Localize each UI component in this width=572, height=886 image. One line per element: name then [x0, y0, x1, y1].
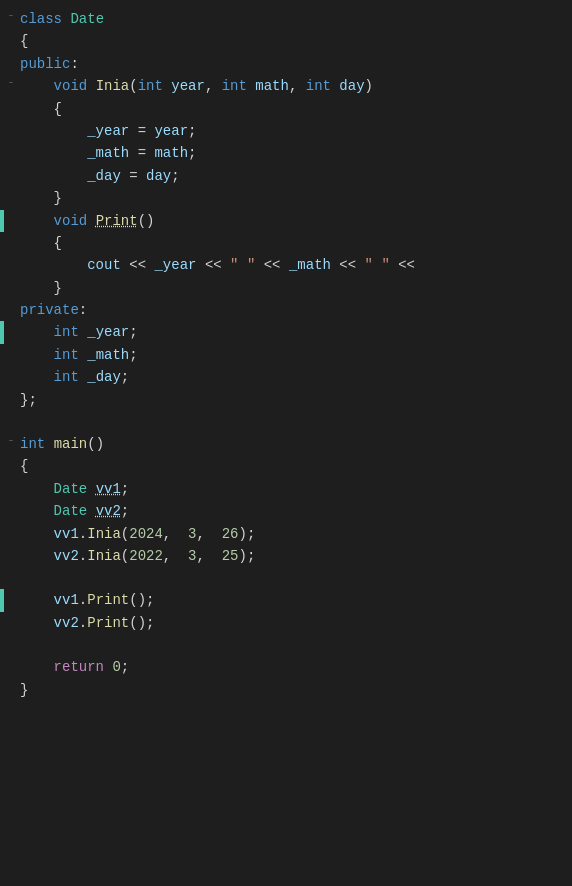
code-line-20: ⁻int main() [0, 433, 572, 455]
class-name-date: Date [70, 8, 104, 30]
fold-spacer-12 [8, 257, 18, 273]
keyword-void-1: void [54, 75, 88, 97]
fold-icon-4[interactable]: ⁻ [8, 78, 18, 94]
code-line-5: { [0, 98, 572, 120]
fold-spacer-28 [8, 615, 18, 631]
code-line-18: }; [0, 389, 572, 411]
fold-spacer-3 [8, 56, 18, 72]
class-close-brace: }; [20, 389, 37, 411]
keyword-void-2: void [54, 210, 88, 232]
fold-spacer-25 [8, 548, 18, 564]
fold-spacer-21 [8, 459, 18, 475]
fold-spacer-27 [8, 593, 18, 609]
main-brace-open: { [20, 455, 28, 477]
code-line-7: _math = math; [0, 142, 572, 164]
fold-spacer-11 [8, 235, 18, 251]
fold-spacer-16 [8, 347, 18, 363]
code-line-31: } [0, 679, 572, 701]
fold-spacer-9 [8, 190, 18, 206]
code-line-17: int _day; [0, 366, 572, 388]
func-name-print-1: Print [96, 210, 138, 232]
code-line-11: { [0, 232, 572, 254]
line-indicator-27 [0, 589, 4, 611]
code-line-6: _year = year; [0, 120, 572, 142]
fold-spacer-2 [8, 34, 18, 50]
fold-spacer-22 [8, 481, 18, 497]
main-brace-close: } [20, 679, 28, 701]
code-line-22: Date vv1; [0, 478, 572, 500]
fold-spacer-14 [8, 302, 18, 318]
code-line-14: private: [0, 299, 572, 321]
code-line-24: vv1.Inia(2024, 3, 26); [0, 523, 572, 545]
code-line-2: { [0, 30, 572, 52]
fold-spacer-30 [8, 659, 18, 675]
code-line-23: Date vv2; [0, 500, 572, 522]
brace-open-1: { [20, 30, 28, 52]
code-line-8: _day = day; [0, 165, 572, 187]
code-line-27: vv1.Print(); [0, 589, 572, 611]
code-line-1: ⁻class Date [0, 8, 572, 30]
brace-close-2: } [54, 187, 62, 209]
fold-spacer-5 [8, 101, 18, 117]
brace-open-3: { [54, 232, 62, 254]
code-line-4: ⁻ void Inia(int year, int math, int day) [0, 75, 572, 97]
code-line-30: return 0; [0, 656, 572, 678]
code-line-13: } [0, 277, 572, 299]
func-name-main: main [54, 433, 88, 455]
code-line-blank-1 [0, 411, 572, 433]
keyword-int-2: int [54, 344, 79, 366]
fold-spacer-18 [8, 392, 18, 408]
code-line-28: vv2.Print(); [0, 612, 572, 634]
fold-spacer-8 [8, 168, 18, 184]
code-line-21: { [0, 455, 572, 477]
fold-spacer-13 [8, 280, 18, 296]
keyword-int-main: int [20, 433, 45, 455]
code-line-12: cout << _year << " " << _math << " " << [0, 254, 572, 276]
fold-spacer-23 [8, 503, 18, 519]
keyword-public: public [20, 53, 70, 75]
code-line-blank-3 [0, 634, 572, 656]
code-line-16: int _math; [0, 344, 572, 366]
keyword-private: private [20, 299, 79, 321]
brace-open-2: { [54, 98, 62, 120]
fold-spacer-15 [8, 325, 18, 341]
fold-icon-1[interactable]: ⁻ [8, 11, 18, 27]
code-line-25: vv2.Inia(2022, 3, 25); [0, 545, 572, 567]
keyword-class: class [20, 8, 62, 30]
fold-icon-20[interactable]: ⁻ [8, 436, 18, 452]
keyword-return: return [54, 656, 104, 678]
fold-spacer-7 [8, 146, 18, 162]
code-line-9: } [0, 187, 572, 209]
keyword-int-1: int [54, 321, 79, 343]
code-line-3: public: [0, 53, 572, 75]
fold-spacer-24 [8, 526, 18, 542]
fold-spacer-6 [8, 123, 18, 139]
line-indicator-10 [0, 210, 4, 232]
fold-spacer-17 [8, 369, 18, 385]
keyword-int-3: int [54, 366, 79, 388]
code-line-10: void Print() [0, 210, 572, 232]
fold-spacer-31 [8, 682, 18, 698]
code-line-15: int _year; [0, 321, 572, 343]
code-editor: ⁻class Date { public: ⁻ void Inia(int ye… [0, 0, 572, 709]
func-name-inia: Inia [96, 75, 130, 97]
line-indicator-15 [0, 321, 4, 343]
brace-close-3: } [54, 277, 62, 299]
code-line-blank-2 [0, 567, 572, 589]
fold-spacer-10 [8, 213, 18, 229]
